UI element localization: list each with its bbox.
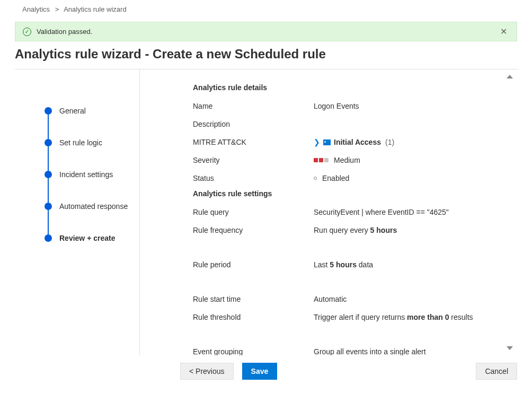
main-panel: General Set rule logic Incident settings… [15,69,517,355]
step-review-create[interactable]: Review + create [45,222,134,254]
threshold-prefix: Trigger alert if query returns [314,313,407,321]
mitre-label: MITRE ATT&CK [193,138,314,146]
status-dot-icon [314,177,317,180]
row-status: Status Enabled [193,169,496,187]
step-general[interactable]: General [45,95,134,127]
step-bullet-icon [45,107,52,115]
query-value: SecurityEvent | where EventID == "4625" [314,208,496,216]
settings-section-title: Analytics rule settings [193,189,496,198]
page-title: Analytics rule wizard - Create a new Sch… [0,43,532,69]
period-label: Rule period [193,260,314,269]
breadcrumb: Analytics > Analytics rule wizard [0,0,532,18]
validation-message: Validation passed. [37,28,92,36]
check-circle-icon: ✓ [23,28,31,36]
status-text: Enabled [322,174,349,182]
chevron-right-icon: > [55,5,59,13]
row-description: Description [193,115,496,133]
description-label: Description [193,120,314,128]
validation-banner: ✓ Validation passed. ✕ [15,22,517,41]
step-bullet-icon [45,234,52,242]
row-rule-period: Rule period Last 5 hours data [193,256,496,290]
save-button[interactable]: Save [242,363,278,380]
grouping-label: Event grouping [193,347,314,355]
row-mitre: MITRE ATT&CK ❯ Initial Access (1) [193,133,496,151]
row-rule-frequency: Rule frequency Run query every 5 hours [193,221,496,256]
step-bullet-icon [45,171,52,178]
severity-text: Medium [334,156,360,164]
name-value: Logon Events [314,102,496,110]
step-automated-response[interactable]: Automated response [45,190,134,222]
step-label: General [59,107,86,115]
breadcrumb-root[interactable]: Analytics [22,5,50,13]
frequency-label: Rule frequency [193,226,314,234]
step-label: Review + create [59,234,115,242]
review-content[interactable]: Analytics rule details Name Logon Events… [140,69,517,355]
cancel-button[interactable]: Cancel [476,363,517,380]
severity-bars-icon [314,158,329,162]
row-event-grouping: Event grouping Group all events into a s… [193,343,496,355]
breadcrumb-current: Analytics rule wizard [64,5,127,13]
tactic-icon [323,139,331,145]
threshold-value: Trigger alert if query returns more than… [314,313,496,321]
step-label: Set rule logic [59,138,102,147]
step-set-rule-logic[interactable]: Set rule logic [45,127,134,159]
step-incident-settings[interactable]: Incident settings [45,159,134,190]
grouping-value: Group all events into a single alert [314,347,496,355]
row-name: Name Logon Events [193,97,496,115]
previous-button[interactable]: < Previous [180,363,234,380]
row-rule-threshold: Rule threshold Trigger alert if query re… [193,308,496,343]
severity-label: Severity [193,156,314,164]
frequency-value: Run query every 5 hours [314,226,496,234]
threshold-bold: more than 0 [407,313,449,321]
period-prefix: Last [314,260,330,269]
status-value: Enabled [314,174,496,182]
start-label: Rule start time [193,295,314,303]
details-section-title: Analytics rule details [193,83,496,92]
status-label: Status [193,174,314,182]
frequency-bold: 5 hours [370,226,397,234]
row-rule-start-time: Rule start time Automatic [193,290,496,308]
period-suffix: data [357,260,373,269]
chevron-right-icon: ❯ [314,138,320,146]
row-rule-query: Rule query SecurityEvent | where EventID… [193,203,496,221]
step-bullet-icon [45,203,52,210]
wizard-footer: < Previous Save Cancel [0,355,532,387]
name-label: Name [193,102,314,110]
start-value: Automatic [314,295,496,303]
frequency-prefix: Run query every [314,226,370,234]
mitre-value[interactable]: ❯ Initial Access (1) [314,138,496,146]
severity-value: Medium [314,156,496,164]
row-severity: Severity Medium [193,151,496,169]
mitre-tactic: Initial Access [334,138,381,146]
close-icon[interactable]: ✕ [498,27,509,37]
period-bold: 5 hours [330,260,357,269]
step-label: Incident settings [59,170,113,179]
mitre-count: (1) [385,138,394,146]
step-bullet-icon [45,139,52,146]
threshold-suffix: results [449,313,473,321]
query-label: Rule query [193,208,314,216]
threshold-label: Rule threshold [193,313,314,321]
description-value [314,120,496,128]
step-label: Automated response [59,202,128,211]
period-value: Last 5 hours data [314,260,496,269]
wizard-steps: General Set rule logic Incident settings… [15,69,140,355]
